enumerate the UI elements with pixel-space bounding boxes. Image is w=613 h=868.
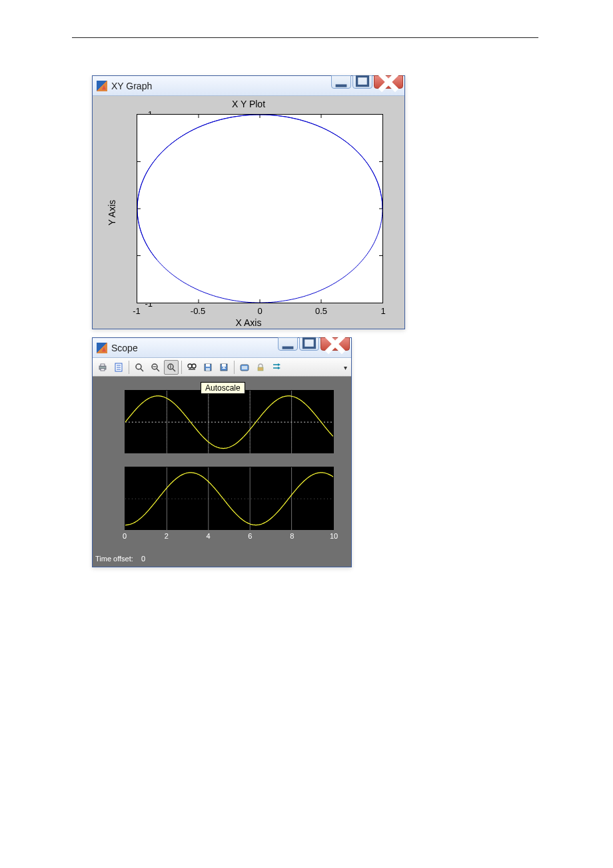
svg-rect-46: [258, 367, 263, 371]
print-icon[interactable]: [95, 360, 110, 375]
scope-xtick-4: 4: [207, 532, 211, 540]
xy-graph-window: XY Graph X Y Plot 1 0.5 0 -0.5 -1 -1 -0.…: [92, 75, 405, 329]
svg-rect-42: [222, 364, 226, 367]
zoom-x-icon[interactable]: [148, 360, 163, 375]
scope-svg-2: [125, 467, 333, 530]
xy-svg: [137, 115, 382, 303]
xy-plot-area[interactable]: [137, 114, 383, 303]
close-button[interactable]: [374, 75, 403, 89]
svg-rect-40: [206, 368, 210, 371]
scope-xtick-8: 8: [290, 532, 294, 540]
close-button[interactable]: [320, 337, 350, 351]
zoom-in-icon[interactable]: [132, 360, 147, 375]
svg-line-31: [157, 369, 159, 371]
xtick-0: 0: [257, 306, 262, 316]
autoscale-icon[interactable]: [185, 360, 199, 375]
svg-marker-50: [278, 367, 281, 369]
toolbar-separator: [129, 361, 129, 374]
time-offset: Time offset: 0: [95, 555, 145, 563]
lock-icon[interactable]: [253, 360, 268, 375]
scope-body: Autoscale 1 0 -1 1 0 -1: [93, 377, 351, 567]
zoom-y-icon[interactable]: [164, 360, 179, 375]
toolbar-separator: [181, 361, 182, 374]
x-axis-label: X Axis: [93, 317, 404, 328]
scope-plot-1[interactable]: [125, 390, 334, 453]
maximize-button[interactable]: [352, 75, 372, 89]
svg-rect-21: [101, 364, 105, 366]
scope-plot-2[interactable]: [125, 467, 334, 530]
autoscale-tooltip: Autoscale: [201, 382, 245, 394]
y-axis-label: Y Axis: [107, 199, 117, 225]
window-controls: [330, 75, 403, 89]
svg-rect-1: [357, 77, 368, 86]
xy-titlebar[interactable]: XY Graph: [93, 76, 404, 96]
xy-window-title: XY Graph: [111, 81, 152, 91]
scope-xtick-10: 10: [330, 532, 338, 540]
scope-titlebar[interactable]: Scope: [93, 338, 351, 358]
xtick-0p5: 0.5: [315, 306, 327, 316]
signal-selection-icon[interactable]: [269, 360, 284, 375]
xtick-m1: -1: [133, 306, 141, 316]
svg-point-35: [188, 364, 192, 368]
svg-rect-22: [101, 369, 105, 371]
svg-line-28: [141, 369, 143, 371]
svg-rect-39: [206, 364, 210, 367]
svg-rect-17: [304, 339, 315, 348]
window-controls: [277, 337, 350, 351]
xy-plot-body: X Y Plot 1 0.5 0 -0.5 -1 -1 -0.5 0 0.5 1…: [93, 96, 404, 329]
xy-plot-title: X Y Plot: [93, 96, 404, 109]
matlab-icon: [97, 81, 107, 91]
scope-toolbar: ▾: [93, 358, 351, 377]
scope-xtick-6: 6: [248, 532, 252, 540]
svg-rect-45: [242, 366, 247, 369]
scope-xtick-0: 0: [123, 532, 127, 540]
save-config-icon[interactable]: [201, 360, 215, 375]
time-offset-value: 0: [141, 555, 145, 563]
svg-line-34: [173, 369, 175, 371]
matlab-icon: [97, 343, 107, 353]
scope-xtick-2: 2: [165, 532, 169, 540]
maximize-button[interactable]: [299, 337, 319, 351]
scope-svg-1: [125, 391, 333, 453]
scope-window-title: Scope: [111, 343, 138, 353]
xtick-m0p5: -0.5: [191, 306, 205, 316]
scope2-trace: [125, 473, 333, 525]
scope-window: Scope ▾ Autoscale: [92, 337, 352, 567]
toolbar-overflow-icon[interactable]: ▾: [339, 360, 348, 375]
svg-point-27: [136, 364, 141, 369]
minimize-button[interactable]: [331, 75, 351, 89]
time-offset-label: Time offset:: [95, 555, 133, 563]
float-icon[interactable]: [237, 360, 252, 375]
xtick-1: 1: [380, 306, 385, 316]
xy-trace: [137, 115, 382, 303]
toolbar-separator: [234, 361, 235, 374]
svg-point-36: [192, 364, 196, 368]
svg-marker-49: [278, 363, 281, 366]
minimize-button[interactable]: [278, 337, 298, 351]
parameters-icon[interactable]: [111, 360, 126, 375]
page-rule: [72, 37, 538, 38]
restore-config-icon[interactable]: [217, 360, 231, 375]
